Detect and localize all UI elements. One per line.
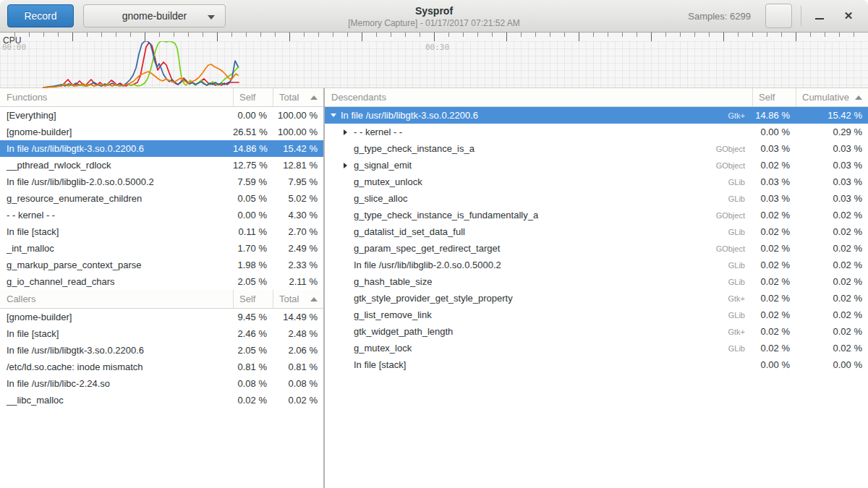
descendants-row[interactable]: g_signal_emitGObject0.02 %0.03 % [325, 157, 868, 174]
self-value: 12.75 % [233, 160, 273, 171]
total-value: 100.00 % [273, 127, 323, 137]
descendants-row[interactable]: g_datalist_id_set_data_fullGLib0.02 %0.0… [325, 223, 868, 240]
minimize-button[interactable] [810, 7, 829, 25]
descendants-row[interactable]: g_param_spec_get_redirect_targetGObject0… [325, 240, 868, 257]
descendants-row[interactable]: In file /usr/lib/libgtk-3.so.0.2200.6Gtk… [325, 107, 868, 124]
callers-row[interactable]: In file /usr/lib/libc-2.24.so0.08 %0.08 … [0, 375, 323, 392]
functions-row[interactable]: In file /usr/lib/libgtk-3.so.0.2200.614.… [0, 140, 323, 157]
functions-row[interactable]: _int_malloc1.70 %2.49 % [0, 240, 323, 257]
functions-row[interactable]: [gnome-builder]26.51 %100.00 % [0, 124, 323, 140]
total-value: 2.11 % [273, 276, 323, 287]
total-value: 2.70 % [273, 226, 323, 237]
sort-ascending-icon [310, 95, 318, 100]
callers-row[interactable]: __libc_malloc0.02 %0.02 % [0, 392, 323, 408]
expander-spacer [344, 212, 354, 219]
total-value: 14.49 % [273, 312, 323, 322]
close-button[interactable]: ✕ [839, 7, 858, 25]
callers-self-column-header[interactable]: Self [233, 290, 273, 308]
expander-spacer [344, 278, 354, 286]
descendants-cumulative-column-header[interactable]: Cumulative [796, 88, 868, 106]
descendants-row[interactable]: In file [stack]0.00 %0.00 % [325, 356, 868, 373]
expander-spacer [344, 328, 354, 335]
descendants-row[interactable]: g_slice_allocGLib0.03 %0.03 % [325, 190, 868, 207]
functions-row[interactable]: g_markup_parse_context_parse1.98 %2.33 % [0, 257, 323, 273]
functions-row[interactable]: g_resource_enumerate_children0.05 %5.02 … [0, 190, 323, 207]
function-name: In file /usr/lib/libgtk-3.so.0.2200.6 [341, 110, 478, 121]
functions-row[interactable]: In file /usr/lib/libglib-2.0.so.0.5000.2… [0, 174, 323, 190]
self-value: 2.05 % [233, 345, 273, 356]
expander-spacer [344, 195, 354, 202]
cumulative-value: 0.03 % [796, 143, 868, 154]
library-badge: GLib [728, 194, 752, 203]
expander-closed-icon[interactable] [344, 129, 354, 136]
callers-row[interactable]: [gnome-builder]9.45 %14.49 % [0, 309, 323, 325]
descendant-name-cell: g_mutex_unlockGLib [325, 176, 752, 187]
descendants-row[interactable]: g_mutex_lockGLib0.02 %0.02 % [325, 340, 868, 356]
descendants-column-header[interactable]: Descendants [325, 88, 752, 106]
total-value: 5.02 % [273, 193, 323, 204]
expander-spacer [344, 312, 354, 319]
self-value: 0.03 % [752, 193, 796, 204]
function-name: In file /usr/lib/libglib-2.0.so.0.5000.2 [0, 176, 233, 187]
self-value: 1.70 % [233, 243, 273, 254]
library-badge: GObject [716, 145, 752, 153]
descendants-row[interactable]: g_type_check_instance_is_aGObject0.03 %0… [325, 140, 868, 157]
descendants-row[interactable]: g_hash_table_sizeGLib0.02 %0.02 % [325, 273, 868, 290]
sort-ascending-icon [310, 297, 318, 301]
callers-table: [gnome-builder]9.45 %14.49 %In file [sta… [0, 309, 323, 408]
cumulative-value: 0.03 % [796, 193, 868, 204]
cumulative-value: 0.29 % [796, 127, 868, 137]
self-value: 0.08 % [233, 378, 273, 389]
descendants-row[interactable]: gtk_style_provider_get_style_propertyGtk… [325, 290, 868, 307]
self-value: 0.02 % [752, 210, 796, 221]
time-ruler [0, 33, 868, 41]
function-name: g_list_remove_link [354, 309, 432, 320]
descendants-row[interactable]: - - kernel - -0.00 %0.29 % [325, 124, 868, 140]
self-value: 2.05 % [233, 276, 273, 287]
descendant-name-cell: g_slice_allocGLib [325, 193, 752, 204]
menu-button[interactable] [765, 4, 792, 28]
self-value: 0.02 % [752, 160, 796, 171]
callers-row[interactable]: In file [stack]2.46 %2.48 % [0, 325, 323, 342]
cpu-graph[interactable]: CPU 00:00 00:30 [0, 33, 868, 88]
descendants-row[interactable]: g_list_remove_linkGLib0.02 %0.02 % [325, 307, 868, 323]
self-value: 0.02 % [752, 226, 796, 237]
descendant-name-cell: In file /usr/lib/libgtk-3.so.0.2200.6Gtk… [325, 110, 752, 121]
functions-row[interactable]: - - kernel - -0.00 %4.30 % [0, 207, 323, 223]
function-name: _int_malloc [0, 243, 233, 254]
descendants-row[interactable]: g_type_check_instance_is_fundamentally_a… [325, 207, 868, 223]
descendant-name-cell: g_param_spec_get_redirect_targetGObject [325, 243, 752, 254]
self-value: 0.02 % [752, 326, 796, 337]
self-value: 1.98 % [233, 260, 273, 270]
callers-row[interactable]: In file /usr/lib/libgtk-3.so.0.2200.62.0… [0, 342, 323, 359]
expander-open-icon[interactable] [331, 112, 341, 119]
descendant-name-cell: In file /usr/lib/libglib-2.0.so.0.5000.2… [325, 260, 752, 270]
descendants-row[interactable]: gtk_widget_path_lengthGtk+0.02 %0.02 % [325, 323, 868, 340]
cumulative-value: 0.02 % [796, 243, 868, 254]
functions-row[interactable]: __pthread_rwlock_rdlock12.75 %12.81 % [0, 157, 323, 174]
descendant-name-cell: g_type_check_instance_is_aGObject [325, 143, 752, 154]
functions-row[interactable]: g_io_channel_read_chars2.05 %2.11 % [0, 273, 323, 290]
callers-total-column-header[interactable]: Total [273, 290, 323, 308]
descendants-self-column-header[interactable]: Self [752, 88, 796, 106]
descendants-row[interactable]: In file /usr/lib/libglib-2.0.so.0.5000.2… [325, 257, 868, 273]
callers-row[interactable]: /etc/ld.so.cache: inode mismatch0.81 %0.… [0, 359, 323, 375]
functions-row[interactable]: In file [stack]0.11 %2.70 % [0, 223, 323, 240]
self-value: 0.02 % [752, 293, 796, 304]
window-title: Sysprof [348, 5, 519, 17]
expander-closed-icon[interactable] [344, 162, 354, 169]
library-badge: GObject [716, 244, 752, 253]
process-selector-dropdown[interactable]: gnome-builder [83, 4, 226, 27]
cumulative-value: 0.03 % [796, 176, 868, 187]
record-button[interactable]: Record [7, 4, 74, 27]
self-value: 0.81 % [233, 361, 273, 372]
functions-column-header[interactable]: Functions [0, 88, 233, 106]
functions-self-column-header[interactable]: Self [233, 88, 273, 106]
functions-total-column-header[interactable]: Total [273, 88, 323, 106]
descendants-table-header: Descendants Self Cumulative [325, 88, 868, 107]
functions-row[interactable]: [Everything]0.00 %100.00 % [0, 107, 323, 124]
descendants-row[interactable]: g_mutex_unlockGLib0.03 %0.03 % [325, 174, 868, 190]
cumulative-value: 0.02 % [796, 226, 868, 237]
callers-column-header[interactable]: Callers [0, 290, 233, 308]
cumulative-value: 0.02 % [796, 260, 868, 270]
